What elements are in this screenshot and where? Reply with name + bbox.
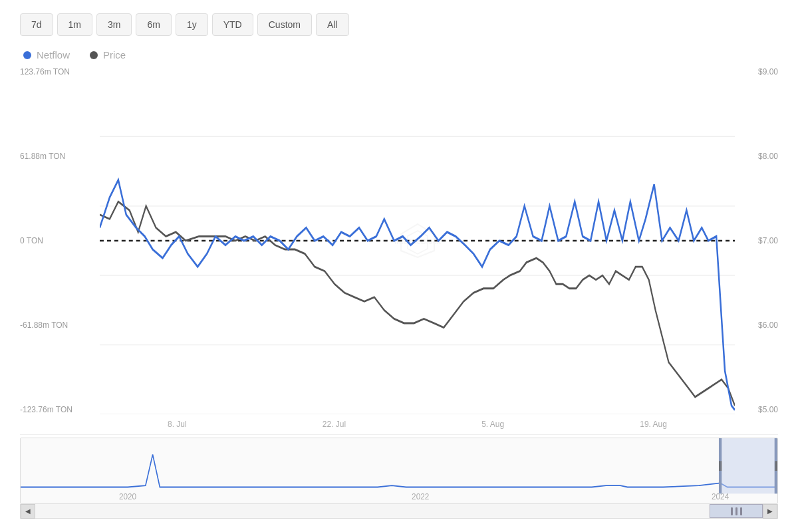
legend-netflow: Netflow [23, 49, 70, 61]
y-left-label-1: 61.88m TON [20, 152, 100, 161]
y-left-label-0: 123.76m TON [20, 67, 100, 76]
legend-price-label: Price [103, 49, 126, 61]
scrollbar[interactable]: ◀ ▶ [20, 504, 778, 519]
time-btn-custom[interactable]: Custom [257, 13, 312, 36]
y-right-label-4: $5.00 [738, 405, 778, 414]
time-btn-1m[interactable]: 1m [57, 13, 92, 36]
time-btn-6m[interactable]: 6m [136, 13, 171, 36]
scroll-track[interactable] [35, 504, 763, 518]
y-right-label-2: $7.00 [738, 236, 778, 245]
time-btn-all[interactable]: All [316, 13, 349, 36]
navigator-chart[interactable]: 2020 2022 2024 [20, 438, 778, 504]
time-btn-1y[interactable]: 1y [176, 13, 208, 36]
y-left-label-2: 0 TON [20, 236, 100, 245]
legend-netflow-label: Netflow [37, 49, 70, 61]
scroll-thumb[interactable] [710, 504, 763, 518]
chart-legend: Netflow Price [20, 49, 778, 61]
x-axis: 8. Jul22. Jul5. Aug19. Aug [100, 414, 735, 434]
x-label-2: 5. Aug [481, 420, 504, 429]
main-chart: 123.76m TON61.88m TON0 TON-61.88m TON-12… [20, 67, 778, 435]
price-dot [90, 51, 98, 59]
time-btn-ytd[interactable]: YTD [212, 13, 253, 36]
y-axis-right: $9.00$8.00$7.00$6.00$5.00 [738, 67, 778, 414]
scroll-left-button[interactable]: ◀ [21, 504, 35, 519]
scroll-grip-3 [740, 507, 742, 515]
scroll-grip-1 [731, 507, 733, 515]
time-range-selector: 7d1m3m6m1yYTDCustomAll [20, 13, 778, 36]
y-right-label-0: $9.00 [738, 67, 778, 76]
time-btn-3m[interactable]: 3m [96, 13, 132, 36]
x-label-0: 8. Jul [168, 420, 187, 429]
y-right-label-3: $6.00 [738, 321, 778, 330]
svg-text:2022: 2022 [412, 491, 429, 501]
y-axis-left: 123.76m TON61.88m TON0 TON-61.88m TON-12… [20, 67, 100, 414]
y-left-label-3: -61.88m TON [20, 321, 100, 330]
legend-price: Price [90, 49, 126, 61]
x-label-3: 19. Aug [640, 420, 667, 429]
main-container: 7d1m3m6m1yYTDCustomAll Netflow Price 123… [0, 0, 798, 532]
chart-wrapper: 123.76m TON61.88m TON0 TON-61.88m TON-12… [20, 67, 778, 519]
y-left-label-4: -123.76m TON [20, 405, 100, 414]
y-right-label-1: $8.00 [738, 152, 778, 161]
scroll-right-button[interactable]: ▶ [763, 504, 777, 519]
time-btn-7d[interactable]: 7d [20, 13, 53, 36]
scroll-grip-2 [735, 507, 737, 515]
svg-rect-13 [720, 438, 777, 493]
netflow-dot [23, 51, 31, 59]
x-label-1: 22. Jul [323, 420, 346, 429]
chart-svg-container: IntoTheBlock [100, 67, 735, 414]
svg-text:2020: 2020 [119, 491, 136, 501]
